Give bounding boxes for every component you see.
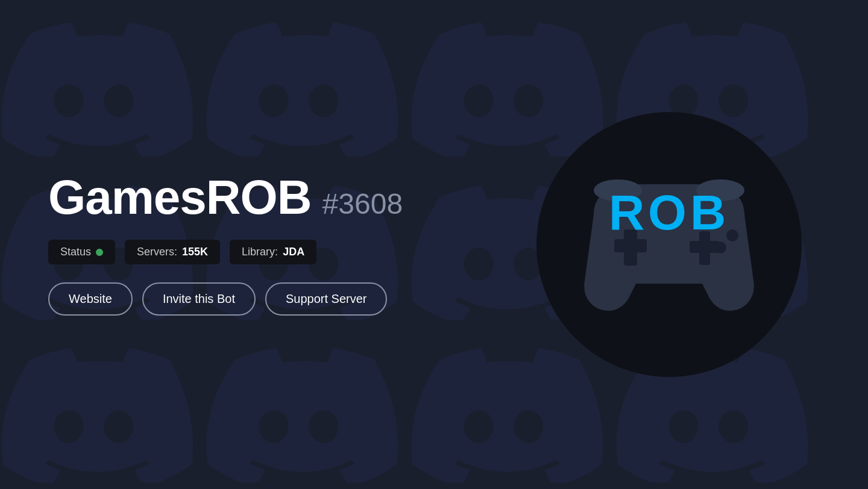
website-button[interactable]: Website	[48, 282, 133, 316]
bot-discriminator: #3608	[322, 187, 403, 220]
svg-point-5	[714, 241, 726, 254]
servers-value: 155K	[182, 246, 208, 258]
avatar-circle: ROB	[536, 112, 802, 377]
status-label: Status	[60, 246, 91, 258]
bot-info-section: GamesROB #3608 Status Servers: 155K Libr…	[48, 173, 518, 316]
bot-avatar-section: ROB	[518, 112, 820, 377]
bot-name: GamesROB	[48, 173, 312, 222]
page-content: GamesROB #3608 Status Servers: 155K Libr…	[0, 0, 868, 489]
controller-icon	[561, 136, 778, 353]
servers-badge: Servers: 155K	[125, 240, 220, 264]
action-buttons-row: Website Invite this Bot Support Server	[48, 282, 518, 316]
servers-label: Servers:	[137, 246, 177, 258]
svg-rect-1	[614, 239, 647, 252]
library-label: Library:	[242, 246, 278, 258]
status-online-dot	[96, 249, 103, 256]
invite-bot-button[interactable]: Invite this Bot	[142, 282, 256, 316]
rob-text: ROB	[609, 184, 729, 241]
title-row: GamesROB #3608	[48, 173, 518, 222]
library-badge: Library: JDA	[230, 240, 316, 264]
stats-row: Status Servers: 155K Library: JDA	[48, 240, 518, 264]
library-value: JDA	[283, 246, 304, 258]
support-server-button[interactable]: Support Server	[265, 282, 388, 316]
status-badge: Status	[48, 240, 115, 264]
